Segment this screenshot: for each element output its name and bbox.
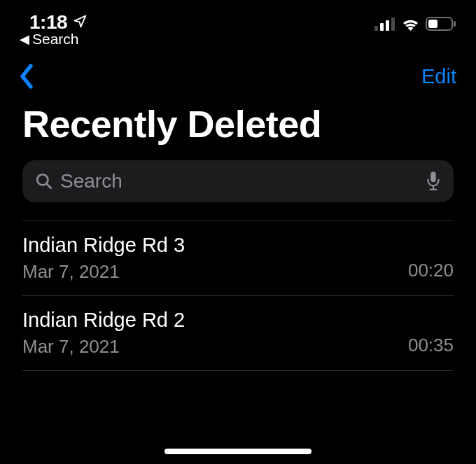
battery-icon <box>426 17 456 34</box>
recordings-list: Indian Ridge Rd 3 Mar 7, 2021 00:20 Indi… <box>22 220 454 371</box>
search-input[interactable]: Search <box>22 160 454 202</box>
list-item[interactable]: Indian Ridge Rd 3 Mar 7, 2021 00:20 <box>22 221 454 296</box>
list-item[interactable]: Indian Ridge Rd 2 Mar 7, 2021 00:35 <box>22 296 454 371</box>
recording-date: Mar 7, 2021 <box>22 261 185 283</box>
svg-rect-1 <box>380 23 384 31</box>
back-button[interactable] <box>17 63 36 90</box>
search-placeholder: Search <box>60 170 419 192</box>
svg-rect-6 <box>454 21 456 27</box>
recording-title: Indian Ridge Rd 3 <box>22 234 185 257</box>
microphone-icon[interactable] <box>426 171 441 192</box>
edit-button[interactable]: Edit <box>421 65 456 88</box>
recording-duration: 00:35 <box>408 335 454 358</box>
cellular-icon <box>374 17 396 34</box>
svg-rect-3 <box>391 17 395 31</box>
svg-rect-0 <box>374 26 378 31</box>
svg-rect-9 <box>430 172 436 183</box>
breadcrumb-label: Search <box>32 31 79 48</box>
page-title: Recently Deleted <box>0 104 476 160</box>
svg-line-8 <box>46 184 50 188</box>
nav-bar: Edit <box>0 48 476 104</box>
wifi-icon <box>401 17 420 34</box>
home-indicator[interactable] <box>164 449 312 454</box>
location-icon <box>73 14 88 31</box>
breadcrumb-caret-icon: ◀ <box>20 31 29 47</box>
recording-duration: 00:20 <box>408 260 454 283</box>
status-bar: 1:18 <box>0 0 476 29</box>
recording-date: Mar 7, 2021 <box>22 336 185 358</box>
svg-rect-2 <box>386 20 389 31</box>
search-icon <box>35 172 53 190</box>
chevron-left-icon <box>18 64 35 89</box>
svg-rect-5 <box>428 20 438 28</box>
recording-title: Indian Ridge Rd 2 <box>22 309 185 332</box>
